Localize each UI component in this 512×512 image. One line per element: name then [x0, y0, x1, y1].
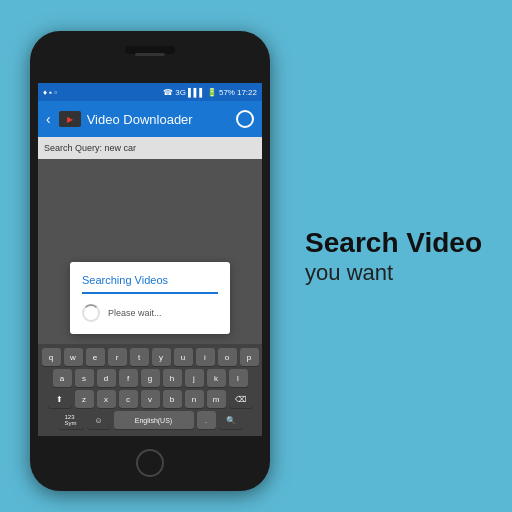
keyboard-row-2: a s d f g h j k l: [40, 369, 260, 387]
app-logo: ▶: [59, 111, 81, 127]
key-e[interactable]: e: [86, 348, 105, 366]
key-d[interactable]: d: [97, 369, 116, 387]
phone: ♦ ▪ ▫ ☎ 3G ▌▌▌ 🔋 57% 17:22 ‹ ▶ Video: [30, 31, 270, 491]
key-g[interactable]: g: [141, 369, 160, 387]
home-button[interactable]: [136, 449, 164, 477]
battery-percent: 57%: [219, 88, 235, 97]
key-k[interactable]: k: [207, 369, 226, 387]
key-shift[interactable]: ⬆: [48, 390, 72, 408]
keyboard-row-3: ⬆ z x c v b n m ⌫: [40, 390, 260, 408]
keyboard-row-4: 123Sym ☺ English(US) . 🔍: [40, 411, 260, 429]
search-query-bar: Search Query: new car: [38, 137, 262, 159]
key-h[interactable]: h: [163, 369, 182, 387]
key-b[interactable]: b: [163, 390, 182, 408]
key-p[interactable]: p: [240, 348, 259, 366]
time-display: 17:22: [237, 88, 257, 97]
status-right: ☎ 3G ▌▌▌ 🔋 57% 17:22: [163, 88, 257, 97]
key-v[interactable]: v: [141, 390, 160, 408]
search-query-text: Search Query: new car: [44, 143, 136, 153]
key-c[interactable]: c: [119, 390, 138, 408]
app-title: Video Downloader: [87, 112, 230, 127]
key-n[interactable]: n: [185, 390, 204, 408]
right-panel: Search Video you want: [305, 226, 482, 286]
phone-speaker: [135, 53, 165, 56]
key-q[interactable]: q: [42, 348, 61, 366]
key-r[interactable]: r: [108, 348, 127, 366]
dialog-body: Please wait...: [82, 300, 218, 322]
phone-body: ♦ ▪ ▫ ☎ 3G ▌▌▌ 🔋 57% 17:22 ‹ ▶ Video: [30, 31, 270, 491]
key-o[interactable]: o: [218, 348, 237, 366]
key-m[interactable]: m: [207, 390, 226, 408]
key-z[interactable]: z: [75, 390, 94, 408]
status-bar: ♦ ▪ ▫ ☎ 3G ▌▌▌ 🔋 57% 17:22: [38, 83, 262, 101]
battery-icon: 🔋: [207, 88, 217, 97]
key-space[interactable]: English(US): [114, 411, 194, 429]
signal-bars: ▌▌▌: [188, 88, 205, 97]
key-x[interactable]: x: [97, 390, 116, 408]
key-w[interactable]: w: [64, 348, 83, 366]
back-icon[interactable]: ‹: [46, 111, 51, 127]
key-period[interactable]: .: [197, 411, 216, 429]
dialog-title: Searching Videos: [82, 274, 218, 294]
key-j[interactable]: j: [185, 369, 204, 387]
signal-strength: 3G: [175, 88, 186, 97]
key-f[interactable]: f: [119, 369, 138, 387]
options-button[interactable]: [236, 110, 254, 128]
phone-screen: ♦ ▪ ▫ ☎ 3G ▌▌▌ 🔋 57% 17:22 ‹ ▶ Video: [38, 83, 262, 436]
right-title-line2: you want: [305, 260, 482, 286]
app-bar: ‹ ▶ Video Downloader: [38, 101, 262, 137]
search-dialog: Searching Videos Please wait...: [70, 262, 230, 334]
key-y[interactable]: y: [152, 348, 171, 366]
keyboard[interactable]: q w e r t y u i o p a s d: [38, 344, 262, 436]
key-l[interactable]: l: [229, 369, 248, 387]
loading-spinner: [82, 304, 100, 322]
key-u[interactable]: u: [174, 348, 193, 366]
key-s[interactable]: s: [75, 369, 94, 387]
key-numbers[interactable]: 123Sym: [58, 411, 84, 429]
right-title-line1: Search Video: [305, 226, 482, 260]
status-icons: ♦ ▪ ▫: [43, 88, 57, 97]
key-search[interactable]: 🔍: [219, 411, 243, 429]
key-t[interactable]: t: [130, 348, 149, 366]
keyboard-row-1: q w e r t y u i o p: [40, 348, 260, 366]
key-a[interactable]: a: [53, 369, 72, 387]
key-emoji[interactable]: ☺: [87, 411, 111, 429]
status-left: ♦ ▪ ▫: [43, 88, 57, 97]
key-delete[interactable]: ⌫: [229, 390, 253, 408]
signal-icon: ☎: [163, 88, 173, 97]
dialog-wait-text: Please wait...: [108, 308, 162, 318]
key-i[interactable]: i: [196, 348, 215, 366]
